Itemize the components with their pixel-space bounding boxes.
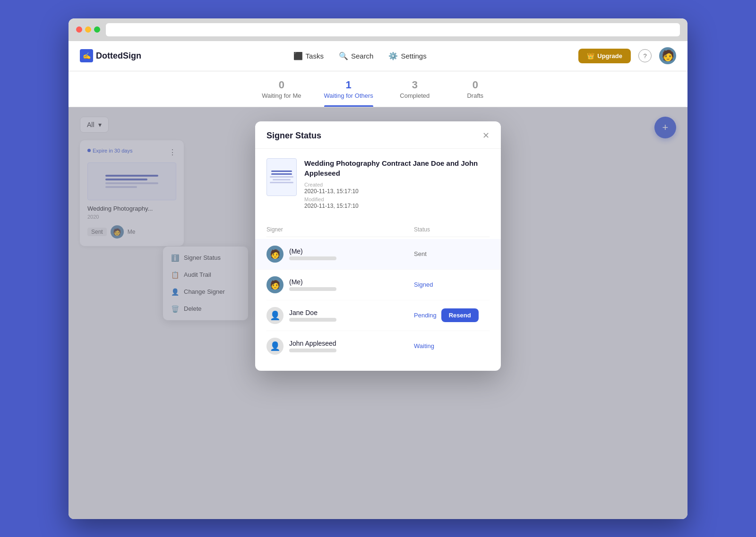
signer-avatar-3: 👤 (266, 307, 284, 324)
signer-row-1: 🧑 (Me) Sent (255, 239, 501, 270)
tab-waiting-for-others[interactable]: 1 Waiting for Others (324, 79, 373, 107)
modal-overlay: Signer Status ✕ (69, 107, 687, 519)
tab-drafts-label: Drafts (467, 92, 483, 99)
top-nav: ✍ DottedSign ⬛ Tasks 🔍 Search ⚙️ Setting… (69, 41, 687, 71)
browser-window: ✍ DottedSign ⬛ Tasks 🔍 Search ⚙️ Setting… (69, 18, 687, 519)
crown-icon: 👑 (587, 52, 594, 60)
signer-status-3: Pending (414, 312, 437, 319)
modal-doc-created: Created 2020-11-13, 15:17:10 (304, 182, 490, 195)
traffic-lights (76, 26, 100, 33)
signer-table-header: Signer Status (266, 222, 490, 237)
nav-tasks[interactable]: ⬛ Tasks (293, 51, 324, 60)
search-label: Search (351, 52, 374, 60)
help-button[interactable]: ? (638, 49, 652, 62)
signer-status-1: Sent (414, 250, 427, 257)
main-area: All ▾ ⊞ ↻ Expire in 30 days ⋮ (69, 107, 687, 519)
tab-waiting-others-label: Waiting for Others (324, 92, 373, 99)
modal-body: Wedding Photography Contract Jane Doe an… (255, 149, 501, 371)
nav-search[interactable]: 🔍 Search (339, 51, 374, 60)
tab-waiting-me-label: Waiting for Me (262, 92, 301, 99)
signer-info-1: (Me) (289, 247, 414, 260)
signer-name-3: Jane Doe (289, 309, 414, 316)
modal-doc-title: Wedding Photography Contract Jane Doe an… (304, 158, 490, 178)
modal-close-button[interactable]: ✕ (482, 131, 490, 140)
logo-icon: ✍ (80, 49, 93, 62)
nav-right: 👑 Upgrade ? 🧑 (578, 47, 676, 64)
signer-row-2: 🧑 (Me) Signed (266, 270, 490, 300)
signer-status-area-1: Sent (414, 250, 490, 257)
modified-label: Modified (304, 196, 490, 202)
thumb-line-2 (271, 173, 292, 175)
resend-button[interactable]: Resend (441, 308, 479, 322)
thumb-line-5 (270, 182, 293, 183)
signer-row-3: 👤 Jane Doe Pending Resend (266, 300, 490, 331)
avatar-face: 🧑 (662, 50, 674, 62)
signer-row-4: 👤 John Appleseed Waiting (266, 331, 490, 361)
nav-settings[interactable]: ⚙️ Settings (388, 51, 426, 60)
logo-text: DottedSign (96, 51, 141, 61)
signer-status-4: Waiting (414, 342, 434, 349)
tab-completed[interactable]: 3 Completed (396, 79, 434, 107)
tab-waiting-for-me[interactable]: 0 Waiting for Me (262, 79, 301, 107)
traffic-light-yellow[interactable] (85, 26, 91, 33)
logo[interactable]: ✍ DottedSign (80, 49, 141, 62)
settings-icon: ⚙️ (388, 51, 398, 60)
tabs-list: 0 Waiting for Me 1 Waiting for Others 3 … (262, 79, 494, 107)
thumb-line-3 (270, 176, 293, 178)
modified-value: 2020-11-13, 15:17:10 (304, 203, 490, 209)
nav-center: ⬛ Tasks 🔍 Search ⚙️ Settings (293, 51, 427, 60)
traffic-light-red[interactable] (76, 26, 82, 33)
signer-name-4: John Appleseed (289, 340, 414, 347)
user-avatar[interactable]: 🧑 (659, 47, 676, 64)
address-bar[interactable] (106, 23, 680, 36)
signer-info-2: (Me) (289, 278, 414, 291)
signer-status-area-4: Waiting (414, 342, 490, 349)
signer-info-4: John Appleseed (289, 340, 414, 352)
modal-doc-modified: Modified 2020-11-13, 15:17:10 (304, 196, 490, 209)
signer-email-1 (289, 256, 336, 260)
tab-completed-label: Completed (400, 92, 430, 99)
thumb-line-1 (271, 170, 292, 172)
tab-drafts-count: 0 (472, 79, 478, 91)
search-icon: 🔍 (339, 51, 348, 60)
browser-chrome (69, 18, 687, 41)
doc-thumbnail (266, 158, 297, 196)
signer-status-2: Signed (414, 281, 433, 288)
upgrade-button[interactable]: 👑 Upgrade (578, 49, 631, 63)
upgrade-label: Upgrade (597, 52, 622, 60)
app-content: ✍ DottedSign ⬛ Tasks 🔍 Search ⚙️ Setting… (69, 41, 687, 519)
signer-avatar-4: 👤 (266, 338, 284, 355)
signer-avatar-2: 🧑 (266, 276, 284, 293)
tab-waiting-me-count: 0 (279, 79, 284, 91)
signer-status-area-3: Pending Resend (414, 308, 490, 322)
signer-name-1: (Me) (289, 247, 414, 255)
help-icon: ? (643, 52, 646, 60)
signer-name-2: (Me) (289, 278, 414, 286)
tab-completed-count: 3 (412, 79, 418, 91)
traffic-light-green[interactable] (94, 26, 100, 33)
tab-waiting-others-count: 1 (346, 79, 352, 91)
modal-title: Signer Status (266, 131, 321, 141)
signer-status-modal: Signer Status ✕ (255, 121, 501, 371)
tasks-label: Tasks (306, 52, 324, 60)
tab-drafts[interactable]: 0 Drafts (456, 79, 494, 107)
thumb-line-4 (273, 179, 290, 180)
created-label: Created (304, 182, 490, 188)
signer-email-2 (289, 287, 336, 291)
tasks-icon: ⬛ (293, 51, 303, 60)
col-status-header: Status (414, 226, 490, 233)
signer-email-4 (289, 349, 336, 352)
modal-doc-meta: Wedding Photography Contract Jane Doe an… (304, 158, 490, 211)
signer-email-3 (289, 318, 336, 322)
created-value: 2020-11-13, 15:17:10 (304, 188, 490, 195)
settings-label: Settings (401, 52, 426, 60)
col-signer-header: Signer (266, 226, 414, 233)
signer-info-3: Jane Doe (289, 309, 414, 322)
signer-status-area-2: Signed (414, 281, 490, 288)
modal-header: Signer Status ✕ (255, 121, 501, 149)
modal-doc-info: Wedding Photography Contract Jane Doe an… (266, 158, 490, 211)
tabs-section: 0 Waiting for Me 1 Waiting for Others 3 … (69, 71, 687, 107)
signer-avatar-1: 🧑 (266, 246, 284, 263)
